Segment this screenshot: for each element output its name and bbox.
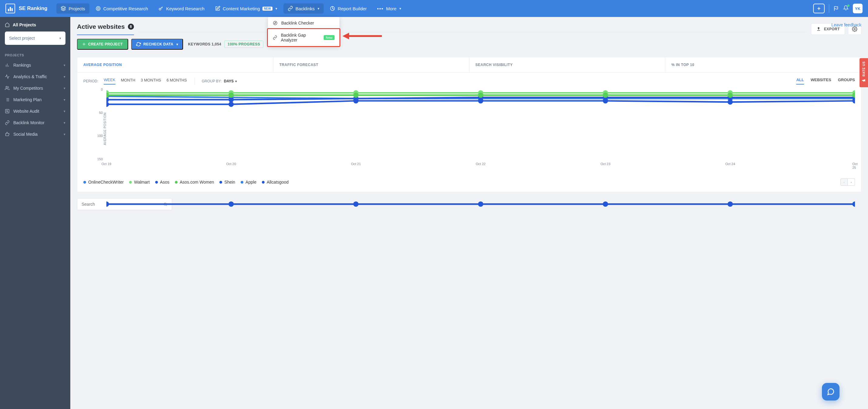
sidebar-item-social-media[interactable]: Social Media▾ — [0, 128, 70, 140]
new-badge: New — [324, 35, 335, 40]
nav-keyword-research[interactable]: Keyword Research — [154, 3, 209, 13]
dropdown-backlink-gap-analyzer[interactable]: Backlink Gap Analyzer New — [267, 28, 340, 47]
svg-point-73 — [852, 201, 855, 207]
svg-point-50 — [603, 92, 608, 98]
keywords-count: KEYWORDS 1,054 — [188, 42, 221, 46]
activity-icon — [5, 74, 10, 79]
sidebar-item-marketing-plan[interactable]: Marketing Plan▾ — [0, 94, 70, 105]
svg-marker-10 — [342, 33, 349, 39]
sidebar: All Projects Select project ▾ PROJECTS R… — [0, 17, 70, 409]
svg-point-68 — [228, 201, 234, 207]
bars-icon — [5, 63, 10, 68]
active-websites-tab[interactable]: Active websites 8 — [77, 23, 134, 35]
chevron-down-icon: ▾ — [64, 86, 65, 90]
topbar-right: + YK — [813, 4, 863, 13]
count-badge: 8 — [128, 24, 134, 30]
svg-marker-8 — [274, 22, 276, 24]
filter-all[interactable]: ALL — [796, 77, 804, 85]
sidebar-item-website-audit[interactable]: Website Audit▾ — [0, 105, 70, 117]
filter-websites[interactable]: WEBSITES — [811, 77, 831, 85]
svg-point-56 — [478, 98, 483, 103]
top-nav: Projects Competitive Research Keyword Re… — [56, 3, 813, 13]
brand-text: SE Ranking — [19, 5, 47, 11]
svg-marker-0 — [61, 6, 66, 9]
dropdown-backlink-checker[interactable]: Backlink Checker — [268, 17, 339, 29]
svg-point-39 — [106, 97, 109, 102]
link-icon — [5, 120, 10, 125]
svg-rect-21 — [5, 109, 9, 113]
home-icon — [5, 23, 10, 27]
target-icon — [95, 6, 101, 11]
leave-feedback-link[interactable]: Leave feedback — [831, 23, 861, 27]
svg-point-71 — [603, 201, 608, 207]
svg-point-55 — [353, 98, 359, 103]
brand-logo[interactable]: SE Ranking — [5, 4, 47, 13]
period-3months[interactable]: 3 MONTHS — [141, 78, 161, 84]
sidebar-item-backlink-monitor[interactable]: Backlink Monitor▾ — [0, 117, 70, 128]
nav-backlinks[interactable]: Backlinks ▾ — [283, 3, 324, 13]
nav-more[interactable]: ••• More ▾ — [373, 4, 405, 13]
svg-point-40 — [228, 97, 234, 102]
all-projects-link[interactable]: All Projects — [5, 21, 65, 32]
svg-point-48 — [353, 92, 359, 98]
period-month[interactable]: MONTH — [121, 78, 135, 84]
period-6months[interactable]: 6 MONTHS — [166, 78, 187, 84]
svg-line-23 — [7, 112, 8, 112]
chevron-down-icon: ▾ — [235, 80, 237, 83]
chevron-down-icon: ▾ — [276, 7, 277, 10]
svg-point-67 — [106, 201, 109, 207]
flag-icon[interactable] — [833, 6, 839, 11]
svg-point-51 — [728, 92, 733, 98]
svg-point-47 — [228, 92, 234, 98]
nav-report-builder[interactable]: Report Builder — [326, 3, 371, 13]
plus-icon: + — [83, 41, 86, 48]
chat-button[interactable] — [822, 383, 839, 401]
chart: AVERAGE POSITION 050100150 Oct 19Oct 20O… — [77, 86, 861, 174]
sidebar-item-rankings[interactable]: Rankings▾ — [0, 59, 70, 71]
svg-point-2 — [97, 7, 99, 9]
period-label: PERIOD: — [83, 79, 98, 83]
svg-point-22 — [6, 110, 7, 112]
chevron-down-icon: ▾ — [64, 98, 65, 102]
thumbs-up-icon — [5, 132, 10, 137]
tab-traffic-forecast[interactable]: TRAFFIC FORECAST — [273, 57, 469, 72]
edit-icon — [215, 6, 220, 11]
filter-groups[interactable]: GROUPS — [838, 77, 855, 85]
svg-point-69 — [353, 201, 359, 207]
svg-point-1 — [96, 6, 100, 10]
groupby-selector[interactable]: GROUP BY: DAYS ▾ — [202, 79, 237, 83]
chevron-down-icon: ▾ — [64, 75, 65, 79]
svg-line-5 — [162, 7, 162, 8]
layers-icon — [61, 6, 66, 11]
recheck-data-button[interactable]: RECHECK DATA ▾ — [131, 39, 183, 50]
project-selector[interactable]: Select project ▾ — [5, 32, 65, 45]
sidebar-item-analytics[interactable]: Analytics & Traffic▾ — [0, 71, 70, 83]
sidebar-item-competitors[interactable]: My Competitors▾ — [0, 83, 70, 94]
nav-competitive-research[interactable]: Competitive Research — [91, 3, 152, 13]
svg-point-53 — [106, 102, 109, 107]
period-week[interactable]: WEEK — [104, 77, 115, 85]
upload-icon — [816, 27, 821, 32]
chevron-down-icon: ▾ — [176, 42, 178, 46]
nav-content-marketing[interactable]: Content Marketing NEW ▾ — [211, 3, 282, 13]
main-content: Leave feedback Active websites 8 EXPORT … — [70, 17, 868, 409]
chevron-down-icon: ▾ — [64, 121, 65, 125]
key-icon — [158, 6, 164, 11]
user-avatar[interactable]: YK — [853, 4, 863, 13]
chat-icon — [827, 388, 835, 396]
bell-icon[interactable] — [843, 5, 848, 12]
svg-point-24 — [854, 29, 856, 30]
tab-average-position[interactable]: AVERAGE POSITION — [77, 57, 273, 72]
annotation-arrow — [342, 32, 382, 42]
list-icon — [5, 97, 10, 102]
tab-top10[interactable]: % IN TOP 10 — [665, 57, 861, 72]
svg-point-72 — [728, 201, 733, 207]
add-button[interactable]: + — [813, 4, 825, 13]
chevron-down-icon: ▾ — [64, 132, 65, 136]
rate-us-tab[interactable]: RATE US — [860, 58, 868, 87]
tab-search-visibility[interactable]: SEARCH VISIBILITY — [469, 57, 665, 72]
create-project-button[interactable]: +CREATE PROJECT — [77, 39, 128, 50]
link-icon — [288, 6, 293, 11]
nav-projects[interactable]: Projects — [56, 3, 89, 13]
dots-icon: ••• — [377, 6, 384, 11]
